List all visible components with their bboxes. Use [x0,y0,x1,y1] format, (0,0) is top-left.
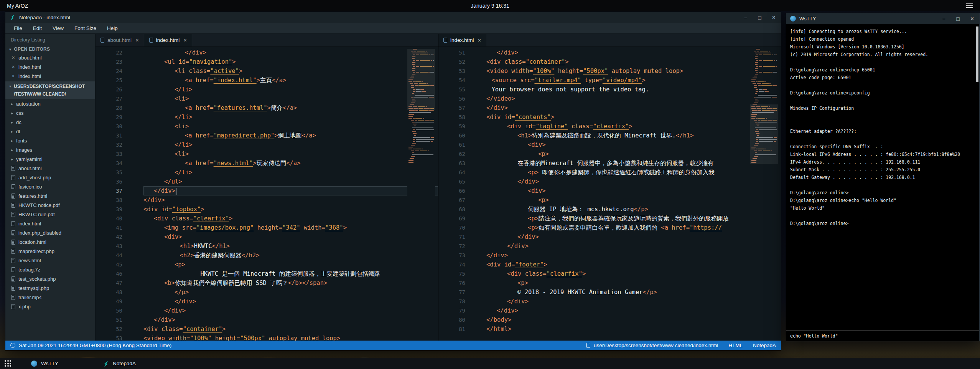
close-editor-icon[interactable]: × [11,55,15,61]
file-about-html[interactable]: about.html [5,164,95,173]
taskbar-item-wstty[interactable]: WsTTY [29,361,100,367]
maximize-button[interactable]: □ [951,13,965,24]
minimap-slider[interactable] [407,49,435,110]
code-line-56[interactable]: </video> [486,94,781,103]
code-area[interactable]: </div><div class="container"><video widt… [486,48,781,341]
code-line-42[interactable]: <div> [143,232,438,242]
code-line-31[interactable]: <a href="mapredirect.php">網上地圖</a> [143,131,438,140]
code-line-37[interactable]: </div> [143,186,438,195]
code-line-74[interactable]: <div id="footer"> [486,260,781,269]
code-line-68[interactable]: 伺服器 IP 地址為： mcs.hkwtc.org</p> [486,205,781,214]
code-line-61[interactable]: <div> [486,140,781,149]
notepada-titlebar[interactable]: NotepadA - index.html − □ × [5,12,781,23]
file-test-sockets-php[interactable]: test_sockets.php [5,274,95,283]
code-line-62[interactable]: <p> [486,149,781,159]
code-line-26[interactable]: </li> [143,85,438,94]
code-line-32[interactable]: </li> [143,140,438,149]
code-line-45[interactable]: <p> [143,260,438,269]
open-editor-index-html[interactable]: ×index.html [5,71,95,81]
code-line-79[interactable]: </div> [486,306,781,315]
file-favicon-ico[interactable]: favicon.ico [5,182,95,191]
open-editor-index-html[interactable]: ×index.html [5,62,95,71]
code-line-67[interactable]: <p> [486,195,781,205]
code-line-48[interactable]: </p> [143,288,438,297]
file-index-html[interactable]: index.html [5,219,95,228]
code-line-59[interactable]: <div id="tagline" class="clearfix"> [486,122,781,131]
app-launcher-icon[interactable] [5,360,11,367]
close-editor-icon[interactable]: × [11,73,15,79]
minimap-slider[interactable] [750,104,778,164]
code-line-52[interactable]: <div class="container"> [143,324,438,334]
open-editor-about-html[interactable]: ×about.html [5,53,95,62]
minimize-button[interactable]: − [937,13,951,24]
code-line-39[interactable]: <div id="topbox"> [143,205,438,214]
code-line-73[interactable]: </div> [486,251,781,260]
menu-item-help[interactable]: Help [102,23,123,34]
open-editors-header[interactable]: ▾ OPEN EDITORS [5,45,95,53]
code-line-65[interactable]: </div> [486,177,781,186]
file-teabag-7z[interactable]: teabag.7z [5,265,95,274]
code-line-66[interactable]: <div> [486,186,781,195]
code-line-27[interactable]: <li> [143,94,438,103]
folder-css[interactable]: ▸css [5,108,95,117]
code-line-28[interactable]: <a href="features.html">簡介</a> [143,103,438,113]
folder-images[interactable]: ▸images [5,145,95,154]
code-area[interactable]: </div><ul id="navigation"><li class="act… [143,48,438,341]
code-line-63[interactable]: 在香港的Minecraft 伺服器中，多為小遊戲和純生存的伺服器，較少擁有 [486,159,781,168]
hamburger-menu-icon[interactable] [966,3,973,8]
code-line-53[interactable]: <video width="100%" height="500px" autop… [486,66,781,76]
code-line-25[interactable]: <a href="index.html">主頁</a> [143,76,438,85]
code-line-44[interactable]: <h2>香港的建築伺服器</h2> [143,251,438,260]
close-button[interactable]: × [767,12,781,23]
minimize-button[interactable]: − [738,12,753,23]
code-line-64[interactable]: <p> 即使你不是建築師，你也能透過紅石師或鐵路工程師的身份加入我 [486,168,781,177]
menu-item-view[interactable]: View [47,23,69,34]
code-line-50[interactable]: </div> [143,306,438,315]
code-line-41[interactable]: <img src="images/box.png" height="342" w… [143,223,438,232]
code-line-69[interactable]: <p>請注意，我們的伺服器為確保玩家及遊玩時的質素，我們對外的服務開放 [486,214,781,223]
code-line-53[interactable]: <video width="100%" height="500px" autop… [143,334,438,341]
minimap[interactable] [750,48,778,341]
code-line-80[interactable]: </body> [486,315,781,324]
close-button[interactable]: × [965,13,979,24]
code-line-38[interactable]: </div> [143,195,438,205]
code-line-75[interactable]: <div class="clearfix"> [486,269,781,278]
code-line-77[interactable]: © 2018 - 2019 HKWTC Animation Gamer</p> [486,288,781,297]
code-line-30[interactable]: <li> [143,122,438,131]
code-line-55[interactable]: Your browser does not support the video … [486,85,781,94]
menu-item-edit[interactable]: Edit [28,23,47,34]
folder-dl[interactable]: ▸dl [5,127,95,136]
file-index-php-disabled[interactable]: index.php_disabled [5,228,95,237]
code-line-52[interactable]: <div class="container"> [486,57,781,66]
code-line-54[interactable]: <source src="trailer.mp4" type="video/mp… [486,76,781,85]
folder-yamlyamlml[interactable]: ▸yamlyamlml [5,154,95,164]
close-editor-icon[interactable]: × [11,64,15,70]
wstty-titlebar[interactable]: WsTTY − □ × [786,13,979,24]
file-mapredirect-php[interactable]: mapredirect.php [5,247,95,256]
code-line-81[interactable]: </html> [486,324,781,334]
code-line-76[interactable]: <p> [486,278,781,288]
minimap[interactable] [407,48,435,341]
file-news-html[interactable]: news.html [5,256,95,265]
file-trailer-mp4[interactable]: trailer.mp4 [5,293,95,302]
file-location-html[interactable]: location.html [5,237,95,247]
terminal-input[interactable] [790,333,975,339]
file-hkwtc-notice-pdf[interactable]: HKWTC notice.pdf [5,200,95,210]
code-line-58[interactable]: <div id="contents"> [486,113,781,122]
folder-autostation[interactable]: ▸autostation [5,99,95,108]
folder-fonts[interactable]: ▸fonts [5,136,95,145]
workspace-folder-header[interactable]: ▾ USER:/DESKTOP/SCREENSHOT /TEST/WWW CLE… [5,81,95,99]
tab-index-html[interactable]: index.html× [438,34,486,46]
code-line-35[interactable]: </li> [143,168,438,177]
code-line-36[interactable]: </ul> [143,177,438,186]
code-line-29[interactable]: </li> [143,113,438,122]
menu-item-file[interactable]: File [8,23,28,34]
code-line-49[interactable]: </div> [143,297,438,306]
code-line-46[interactable]: HKWTC 是一個 Minecraft 的建築伺服器，主要建築計劃包括鐵路 [143,269,438,278]
code-line-34[interactable]: <a href="news.html">玩家傳送門</a> [143,159,438,168]
tab-about-html[interactable]: about.html× [96,34,144,46]
code-line-72[interactable]: </div> [486,242,781,251]
code-line-71[interactable]: </div> [486,232,781,242]
code-line-47[interactable]: <b>你知道我們全線伺服器已轉用 SSD 了嗎？</b></span> [143,278,438,288]
file-features-html[interactable]: features.html [5,191,95,200]
